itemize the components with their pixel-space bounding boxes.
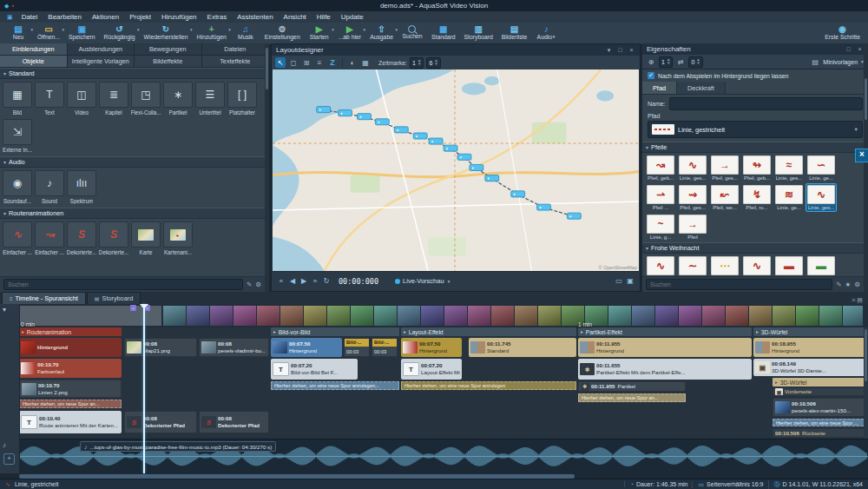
toolbar-button[interactable]: ▶ Starten ▾ [306, 23, 333, 40]
properties-search-input[interactable] [646, 279, 832, 290]
monitor-icon[interactable]: ▣ [626, 277, 635, 285]
template-thumbnail[interactable]: ↬ Pfeil, geb... [741, 154, 773, 182]
toolbar-button[interactable]: ▣ Speichern ▾ [65, 23, 99, 40]
filmstrip-thumb[interactable] [163, 306, 186, 326]
toolbox-tab[interactable]: Dateien [202, 43, 270, 56]
menu-item[interactable]: Hinzufügen [156, 13, 201, 21]
section-header-standard[interactable]: ▾ Standard [0, 68, 265, 79]
select-tool-icon[interactable]: ↖ [275, 57, 286, 68]
clip-partikel[interactable]: ∗ 00:11.955Partikel [578, 381, 686, 392]
float-button[interactable]: □ [845, 46, 852, 52]
pan-tool-icon[interactable]: ◻ [288, 57, 299, 68]
drop-hint[interactable]: Hierher ziehen, um eine neue Spur ... [773, 419, 868, 426]
template-thumbnail[interactable]: ≋ Linie, ge... [773, 183, 805, 212]
filmstrip-thumb[interactable] [187, 306, 209, 326]
filmstrip-thumb[interactable] [538, 306, 561, 326]
menu-item[interactable]: Aktionen [87, 13, 124, 21]
toolbox-item[interactable]: ◳ Flexi-Colla... [130, 81, 161, 117]
toolbar-button[interactable]: ◉ Erste Schritte ▾ [821, 23, 864, 40]
panel-close-button[interactable]: × [855, 149, 868, 162]
toolbox-item[interactable]: T Text [34, 81, 65, 117]
tab-pfad[interactable]: Pfad [642, 82, 677, 94]
step-back-button[interactable]: ◀ [288, 277, 297, 285]
clip-route-animieren[interactable]: T 00:10.40Route animieren Mit der Karten… [19, 411, 122, 433]
tab-timeline[interactable]: ≡Timeline - Spuransicht [2, 292, 86, 304]
edit-icon[interactable]: ✎ [836, 281, 841, 288]
keep-background-row[interactable]: ✓ Nach dem Abspielen im Hintergrund lieg… [642, 69, 868, 82]
filmstrip-thumb[interactable] [468, 306, 490, 326]
menu-item[interactable]: Extras [202, 13, 233, 21]
clip-bild-vor-bild[interactable]: T 00:07.20Bild-vor-Bild Bei F... [271, 359, 358, 380]
toolbox-tab[interactable]: Bewegungen [135, 43, 202, 56]
filmstrip-thumb[interactable] [515, 306, 537, 326]
menu-item[interactable]: Assistenten [232, 13, 278, 21]
chapter-header[interactable]: ▸Layout-Effekt [401, 327, 576, 336]
filmstrip-thumb[interactable] [233, 306, 256, 326]
close-button[interactable]: × [628, 47, 635, 53]
toolbox-tab[interactable]: Ausblendungen [68, 43, 135, 56]
clip-vorderseite[interactable]: ▣ Vorderseite [773, 387, 868, 396]
menu-item[interactable]: Ansicht [279, 13, 312, 21]
swap-icon[interactable]: ⇄ [675, 56, 686, 67]
zoom-tool-icon[interactable]: Z [327, 57, 338, 68]
map-canvas[interactable]: © OpenStreetMap [273, 69, 639, 271]
chapter-header[interactable]: ▸Partikel-Effekt [578, 327, 752, 336]
skip-end-button[interactable]: » [311, 277, 319, 285]
filmstrip-thumb[interactable] [374, 306, 397, 326]
filmstrip-thumb[interactable] [702, 306, 725, 326]
clip-pexels-alex[interactable]: 00:10.506pexels-alex-martin-150... [773, 398, 868, 417]
filmstrip-thumb[interactable] [421, 306, 444, 326]
add-track-button[interactable]: + [3, 453, 15, 465]
clip-mini[interactable]: Bild-...00:03 [344, 338, 370, 357]
drop-hint[interactable]: Hierher ziehen, um eine neue Spur anzule… [401, 381, 576, 390]
toolbar-button[interactable]: ▤ Neu ▾ [4, 23, 32, 40]
scrollbar-thumb[interactable] [266, 48, 268, 89]
lines-icon[interactable]: ≡ [314, 57, 325, 68]
template-thumbnail[interactable]: ↜ Pfeil, we... [709, 183, 740, 212]
playhead-handle[interactable] [140, 304, 148, 309]
fullscreen-icon[interactable]: ▭ [615, 277, 623, 285]
filmstrip-thumb[interactable] [327, 306, 350, 326]
section-header-audio[interactable]: ▾ Audio [0, 156, 265, 168]
menu-item[interactable]: Hilfe [312, 13, 336, 21]
filmstrip-thumb[interactable] [210, 306, 233, 326]
toolbar-button[interactable]: ♪ Audio+ ▾ [532, 23, 560, 40]
filmstrip-thumb[interactable] [632, 306, 654, 326]
properties-scrollbar[interactable] [864, 43, 868, 292]
toolbar-button[interactable]: + Hinzufügen ▾ [193, 23, 229, 40]
toolbox-item[interactable]: Karte [130, 221, 161, 257]
section-header-pfeile[interactable]: ▾ Pfeile [642, 142, 868, 153]
menu-item[interactable]: Projekt [124, 13, 156, 21]
collapse-all-icon[interactable]: ▾ [3, 306, 6, 314]
chapter-header[interactable]: ▸Routenanimation [19, 327, 122, 336]
clip-3d-wuerfel[interactable]: ▣ 00:08.1493D-Würfel 3D-Darste... [753, 359, 868, 376]
tab-storyboard[interactable]: ▤Storyboard [87, 292, 141, 304]
clip-pexels[interactable]: 00:08pexels-vladimir-bo... [199, 338, 269, 357]
properties-spinner-2[interactable]: 0▲▼ [688, 56, 702, 68]
toolbox-item[interactable]: ♪ Sound [34, 169, 65, 206]
toolbar-button[interactable]: ▦ Standard ▾ [428, 23, 459, 40]
toolbox-item[interactable]: S Dekorierte... [66, 221, 97, 257]
filmstrip-thumb[interactable] [819, 306, 842, 326]
move-tool-icon[interactable]: ⊕ [646, 56, 656, 67]
filmstrip-thumb[interactable] [444, 306, 467, 326]
clip-hintergrund[interactable]: 00:07.50Hintergrund [401, 338, 462, 357]
toolbar-button[interactable]: ⇧ Ausgabe ▾ [366, 23, 397, 40]
audio-clip-label[interactable]: ♪ ...tops-of-glas-by-musicparadise-free-… [80, 441, 276, 452]
bookmark-icon[interactable]: ⌄ [130, 305, 136, 311]
toolbox-item[interactable]: ⇲ Externe In... [2, 118, 33, 155]
clip-mini[interactable]: Bild-...00:03 [372, 338, 398, 357]
menu-item[interactable]: Datei [16, 13, 43, 21]
toolbox-tab[interactable]: Einblendungen [0, 43, 68, 56]
toolbox-item[interactable]: ılıı Spektrum [66, 169, 97, 206]
section-header-weihnacht[interactable]: ▾ Frohe Weihnacht [642, 242, 868, 254]
audio-track[interactable]: ♪ ...tops-of-glas-by-musicparadise-free-… [19, 439, 868, 474]
raster-icon[interactable]: ▦ [360, 57, 371, 68]
grid-icon[interactable]: ⊞ [301, 57, 312, 68]
template-thumbnail[interactable]: ⇝ Pfeil, ges... [677, 183, 708, 212]
section-header-routen[interactable]: ▾ Routenanimationen [0, 208, 265, 219]
template-thumbnail[interactable]: → Pfeil, ges... [709, 154, 740, 182]
filmstrip-thumb[interactable] [351, 306, 373, 326]
clip-hintergrund[interactable]: 00:18.955Hintergrund [753, 338, 868, 357]
clip-farbverlauf[interactable]: 00:10.70Farbverlauf [19, 359, 122, 378]
